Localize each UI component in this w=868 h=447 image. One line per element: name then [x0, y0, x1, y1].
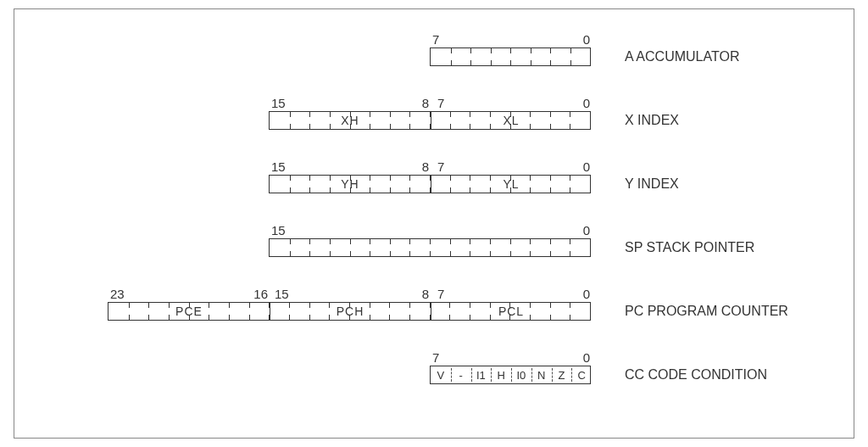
- bit-num-high: 7: [432, 32, 439, 47]
- register-y: YH YL 15 8 7 0: [269, 175, 591, 193]
- seg-yh: YH: [341, 177, 359, 191]
- register-x: XH XL 15 8 7 0: [269, 111, 591, 130]
- register-a: 7 0: [430, 47, 591, 66]
- bit-num-15: 15: [275, 287, 289, 301]
- diagram-frame: 7 0 A ACCUMULATOR XH XL 15 8 7 0 X INDEX: [14, 8, 854, 439]
- byte-divider: [431, 111, 431, 130]
- cc-bit-i0: I0: [511, 369, 531, 382]
- bit-num-8: 8: [422, 96, 429, 110]
- bit-ticks: [270, 239, 590, 256]
- register-pc: PCE PCH PCL 23 16 15 8 7 0: [108, 302, 591, 321]
- bit-ticks: [431, 48, 590, 65]
- bit-num-0: 0: [583, 287, 590, 301]
- bit-num-0: 0: [583, 96, 590, 110]
- byte-divider: [270, 302, 270, 321]
- seg-pch: PCH: [337, 305, 364, 318]
- bit-num-15: 15: [271, 159, 286, 174]
- bit-num-7: 7: [437, 96, 444, 110]
- bit-num-15: 15: [271, 223, 286, 237]
- register-x-desc: X INDEX: [625, 113, 679, 128]
- cc-bit-i1: I1: [471, 369, 492, 382]
- seg-yl: YL: [503, 177, 519, 191]
- register-cc: V - I1 H I0 N Z C 7 0: [430, 366, 591, 384]
- byte-divider: [431, 175, 431, 193]
- byte-divider: [431, 302, 431, 321]
- register-cc-desc: CC CODE CONDITION: [625, 367, 767, 383]
- diagram-canvas: 7 0 A ACCUMULATOR XH XL 15 8 7 0 X INDEX: [0, 0, 868, 447]
- bit-num-7: 7: [437, 159, 444, 174]
- cc-bit-v: V: [431, 369, 451, 382]
- bit-num-8: 8: [422, 159, 429, 174]
- bit-ticks: [270, 176, 590, 193]
- seg-xh: XH: [341, 114, 359, 127]
- bit-num-15: 15: [271, 96, 286, 110]
- cc-bit-c: C: [571, 369, 592, 382]
- register-a-desc: A ACCUMULATOR: [625, 49, 739, 64]
- cc-bit-n: N: [531, 369, 552, 382]
- register-sp-desc: SP STACK POINTER: [625, 240, 754, 255]
- cc-bit-h: H: [491, 369, 511, 382]
- bit-num-16: 16: [253, 287, 268, 301]
- cc-bit-dash: -: [451, 369, 471, 382]
- bit-num-8: 8: [422, 287, 429, 301]
- seg-xl: XL: [503, 114, 519, 127]
- bit-num-0: 0: [583, 350, 590, 365]
- bit-num-23: 23: [110, 287, 125, 301]
- bit-num-0: 0: [583, 159, 590, 174]
- bit-num-low: 0: [583, 32, 590, 47]
- cc-bit-z: Z: [552, 369, 572, 382]
- seg-pce: PCE: [175, 305, 203, 318]
- register-sp: 15 0: [269, 238, 591, 257]
- bit-num-7: 7: [432, 350, 439, 365]
- seg-pcl: PCL: [498, 305, 524, 318]
- bit-num-7: 7: [437, 287, 444, 301]
- bit-ticks: [270, 112, 590, 129]
- register-pc-desc: PC PROGRAM COUNTER: [625, 304, 788, 319]
- register-y-desc: Y INDEX: [625, 176, 679, 192]
- bit-num-0: 0: [583, 223, 590, 237]
